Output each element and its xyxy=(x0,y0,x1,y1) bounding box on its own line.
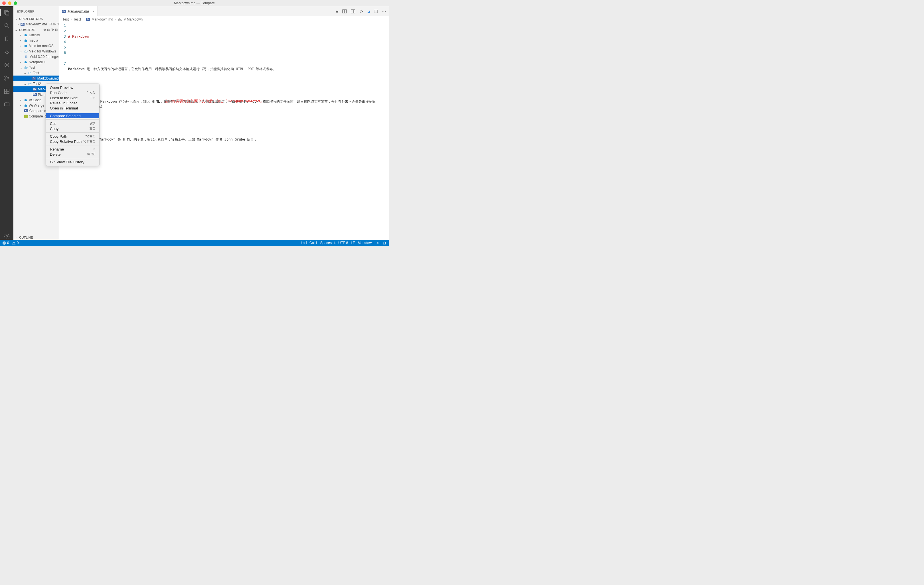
ctx-open-to-side[interactable]: Open to the Side⌃↩ xyxy=(46,95,99,101)
status-encoding[interactable]: UTF-8 xyxy=(338,241,348,245)
explorer-view-icon[interactable] xyxy=(3,9,10,16)
svg-rect-15 xyxy=(4,89,6,91)
ctx-run-code[interactable]: Run Code⌃⌥N xyxy=(46,90,99,95)
new-file-icon[interactable]: ⊕ xyxy=(43,28,46,31)
tree-folder[interactable]: ›🖿Meld for macOS xyxy=(13,43,59,48)
status-errors[interactable]: 0 xyxy=(2,241,9,245)
ctx-open-preview[interactable]: Open Preview xyxy=(46,85,99,90)
split-editor-icon[interactable] xyxy=(351,9,355,14)
status-bar: 0 0 Ln 1, Col 1 Spaces: 4 UTF-8 LF Markd… xyxy=(0,240,389,246)
folder-icon: 🖿 xyxy=(24,98,28,102)
ctx-copy-relative-path[interactable]: Copy Relative Path⌥⇧⌘C xyxy=(46,139,99,144)
tab-active[interactable]: M↓ Markdown.md × xyxy=(59,6,97,16)
extensions-view-icon[interactable] xyxy=(3,88,10,95)
new-folder-icon[interactable]: 🗀 xyxy=(47,28,50,31)
ctx-copy[interactable]: Copy⌘C xyxy=(46,126,99,131)
status-spaces[interactable]: Spaces: 4 xyxy=(320,241,335,245)
svg-line-9 xyxy=(7,51,8,51)
sidebar-title: EXPLORER xyxy=(13,6,59,16)
docker-view-icon[interactable] xyxy=(3,62,10,68)
context-menu: Open Preview Run Code⌃⌥N Open to the Sid… xyxy=(46,84,99,166)
folder-open-icon: 🗁 xyxy=(24,49,28,53)
svg-point-14 xyxy=(8,77,9,79)
ctx-git-history[interactable]: Git: View File History xyxy=(46,159,99,165)
settings-gear-icon[interactable] xyxy=(3,233,10,240)
hologram-icon[interactable]: ◢ xyxy=(367,10,370,13)
ctx-open-in-terminal[interactable]: Open in Terminal xyxy=(46,105,99,110)
ctx-cut[interactable]: Cut⌘X xyxy=(46,121,99,126)
tree-folder[interactable]: ⌄🗁Meld for Windows xyxy=(13,48,59,54)
svg-point-10 xyxy=(5,63,9,67)
status-cursor-pos[interactable]: Ln 1, Col 1 xyxy=(301,241,317,245)
tree-folder[interactable]: ›🖿Notepad++ xyxy=(13,59,59,65)
svg-point-12 xyxy=(5,76,6,77)
folder-open-icon: 🗁 xyxy=(24,66,28,69)
close-icon[interactable]: × xyxy=(17,22,20,26)
svg-line-3 xyxy=(7,26,9,28)
status-warnings[interactable]: 0 xyxy=(12,241,19,245)
markdown-file-icon: M↓ xyxy=(86,18,90,21)
more-icon[interactable]: ··· xyxy=(382,10,386,13)
chevron-down-icon: ⌄ xyxy=(14,28,18,31)
tree-folder[interactable]: ⌄🗁Test xyxy=(13,65,59,70)
tree-folder[interactable]: ›🖿media xyxy=(13,38,59,43)
layout-icon[interactable] xyxy=(374,10,378,13)
chevron-right-icon: › xyxy=(14,236,18,239)
status-feedback-icon[interactable]: ☺ xyxy=(376,241,380,245)
tree-file[interactable]: 🗎Meld-3.20.0-mingw.... xyxy=(13,54,59,59)
code-content[interactable]: # Markdown Markdown Markdown 是一种方便写作的标记语… xyxy=(68,23,389,240)
status-language[interactable]: Markdown xyxy=(358,241,373,245)
tree-folder[interactable]: ⌄🗁Test1 xyxy=(13,70,59,76)
svg-point-13 xyxy=(5,79,6,81)
scm-view-icon[interactable] xyxy=(3,75,10,82)
separator xyxy=(46,112,99,112)
separator xyxy=(46,132,99,133)
ctx-rename[interactable]: Rename↩ xyxy=(46,147,99,152)
run-icon[interactable] xyxy=(359,10,363,13)
tree-folder[interactable]: ›🖿Diffinity xyxy=(13,32,59,38)
svg-marker-11 xyxy=(6,64,8,66)
folder-icon: 🖿 xyxy=(24,38,28,43)
ctx-compare-selected[interactable]: Compare Selected xyxy=(46,113,99,118)
outline-section[interactable]: › OUTLINE xyxy=(13,235,59,240)
markdown-file-icon: M↓ xyxy=(21,23,25,26)
search-view-icon[interactable] xyxy=(3,22,10,29)
refresh-icon[interactable]: ↻ xyxy=(51,28,54,31)
symbol-icon: abc xyxy=(118,18,122,21)
open-editor-item[interactable]: × M↓ Markdown.md Test/Test1 xyxy=(13,21,59,27)
files-view-icon[interactable] xyxy=(3,101,10,108)
file-icon: 🗎 xyxy=(25,55,28,59)
folder-icon: 🖿 xyxy=(24,44,28,48)
svg-rect-18 xyxy=(7,92,9,94)
bookmarks-view-icon[interactable] xyxy=(3,35,10,42)
open-editors-section[interactable]: ⌄ OPEN EDITORS xyxy=(13,16,59,21)
preview-side-icon[interactable] xyxy=(342,9,347,14)
activity-bar xyxy=(0,6,13,240)
status-bell-icon[interactable] xyxy=(383,241,386,245)
prettier-icon[interactable]: ◈ xyxy=(336,10,338,13)
svg-rect-25 xyxy=(374,10,378,13)
svg-rect-17 xyxy=(4,92,6,94)
editor-area: M↓ Markdown.md × ◈ ◢ ··· xyxy=(59,6,389,240)
ctx-copy-path[interactable]: Copy Path⌥⌘C xyxy=(46,134,99,139)
svg-point-19 xyxy=(6,236,8,237)
svg-rect-16 xyxy=(7,89,9,91)
markdown-file-icon: M↓ xyxy=(24,109,28,112)
folder-icon: 🖿 xyxy=(24,60,28,64)
tab-bar: M↓ Markdown.md × ◈ ◢ ··· xyxy=(59,6,389,16)
debug-view-icon[interactable] xyxy=(3,48,10,55)
breadcrumbs[interactable]: Test› Test1› M↓ Markdown.md› abc # Markd… xyxy=(59,16,389,23)
tree-file-selected[interactable]: M↓Markdown.md xyxy=(13,76,59,81)
svg-rect-1 xyxy=(6,11,9,15)
markdown-file-icon: M↓ xyxy=(33,93,37,96)
svg-rect-0 xyxy=(5,10,8,14)
code-editor[interactable]: 1 2 3 4 5 6 7 # Markdown Markdown Markdo… xyxy=(59,23,389,240)
ctx-delete[interactable]: Delete⌘⌫ xyxy=(46,152,99,157)
close-icon[interactable]: × xyxy=(92,10,94,13)
window-title: Markdown.md — Compare xyxy=(0,1,389,5)
collapse-all-icon[interactable]: ⊟ xyxy=(55,28,58,31)
status-eol[interactable]: LF xyxy=(351,241,355,245)
svg-point-2 xyxy=(5,24,8,27)
ctx-reveal-in-finder[interactable]: Reveal in Finder xyxy=(46,101,99,105)
compare-section[interactable]: ⌄ COMPARE ⊕ 🗀 ↻ ⊟ xyxy=(13,27,59,32)
